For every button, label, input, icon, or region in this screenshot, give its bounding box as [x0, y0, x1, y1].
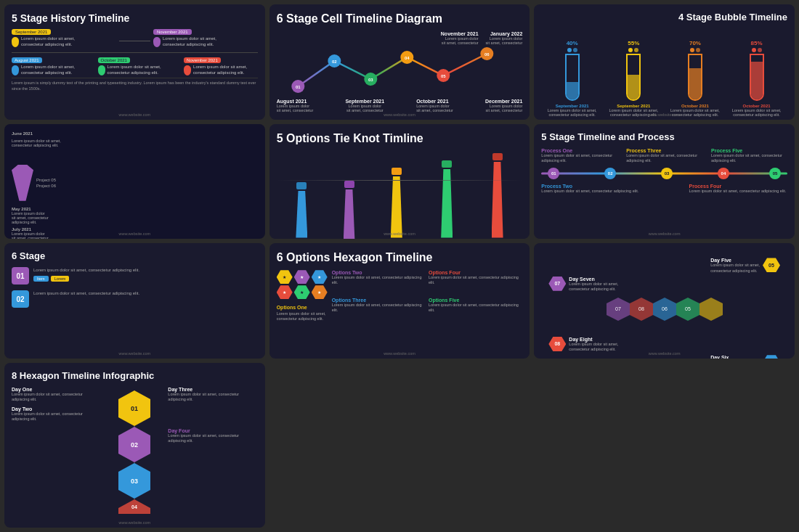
hex-options-layout: ★ ★ ★ ★ ★ ★ Options One Lorem ipsum dolo…: [277, 270, 523, 322]
hex-infographic-layout: Day One Lorem ipsum dolor sit amet, cons…: [12, 387, 258, 520]
slide-grid: 5 Stage History Timeline September 2021 …: [0, 0, 799, 532]
svg-text:07: 07: [615, 306, 621, 311]
footer-url-4l: www.website.com: [118, 232, 150, 236]
footer-text: Lorem ipsum is simply dummy text of the …: [12, 81, 258, 91]
footer-url-9: www.website.com: [649, 351, 681, 356]
svg-text:01: 01: [131, 405, 138, 412]
footer-url-1: www.website.com: [118, 112, 150, 117]
card-hexagon-options: 6 Options Hexagon Timeline ★ ★ ★ ★ ★ ★ O…: [269, 243, 530, 359]
cell-timeline-svg: 01 02 03 04 05 06: [280, 46, 520, 97]
card-8-title: 6 Options Hexagon Timeline: [277, 250, 523, 266]
tl-text-1: Lorem ipsum dolor sit amet,consectetur a…: [21, 36, 75, 48]
stage-list-container: 01 Lorem ipsum dolor sit amet, consectet…: [12, 267, 258, 308]
card-cell-timeline: 6 Stage Cell Timeline Diagram November 2…: [269, 4, 530, 120]
card-10-title: 8 Hexagon Timeline Infographic: [12, 370, 258, 382]
cell-timeline-container: November 2021 Lorem ipsum dolorsit amet,…: [277, 31, 523, 112]
badge-2: November 2021: [153, 29, 192, 35]
bubble-tubes: 40% 55%: [541, 28, 787, 101]
timeline-container: September 2021 Lorem ipsum dolor sit ame…: [12, 29, 258, 75]
footer-url-10: www.website.com: [118, 520, 150, 525]
card-tie-knot-left: June 2021 Lorem ipsum dolor sit amet,con…: [4, 124, 265, 240]
timeline-row-1: September 2021 Lorem ipsum dolor sit ame…: [12, 29, 258, 48]
card-hex-infographic: 8 Hexagon Timeline Infographic Day One L…: [4, 363, 265, 528]
svg-marker-16: [699, 298, 723, 321]
footer-url-8: www.website.com: [384, 351, 415, 356]
svg-text:03: 03: [131, 478, 138, 485]
card-bubble-timeline: 4 Stage Bubble Timeline 40% 55%: [534, 4, 795, 120]
badge-3: August 2021: [12, 57, 42, 63]
svg-text:04: 04: [405, 56, 410, 60]
card-6stage-partial: 6 Stage 01 Lorem ipsum dolor sit amet, c…: [4, 243, 265, 359]
card-day-timeline: Day Five Lorem ipsum dolor sit amet,cons…: [534, 243, 795, 359]
footer-url-2: www.website.com: [384, 112, 415, 117]
tl-text-5: Lorem ipsum dolor sit amet, consectetur …: [193, 65, 258, 76]
process-line: 01 02 03 04 05: [541, 166, 787, 181]
process-bottom: Process Two Lorem ipsum dolor sit amet, …: [541, 184, 787, 194]
ties-container: Lorem ipsum dolor sit amet, consectetur.…: [277, 151, 523, 240]
hex-chain-svg: 07 08 06 05: [592, 296, 737, 332]
tl-text-2: Lorem ipsum dolor sit amet,consectetur a…: [163, 36, 216, 48]
card-3-title: 4 Stage Bubble Timeline: [541, 12, 787, 24]
card-tie-knot-main: 5 Options Tie Knot Timline Lorem ipsum d…: [269, 124, 530, 240]
svg-text:03: 03: [368, 78, 373, 82]
card-6-title: 5 Stage Timeline and Process: [541, 131, 787, 144]
badge-5: November 2021: [184, 57, 221, 63]
tl-text-3: Lorem ipsum dolor sit amet, consectetur …: [21, 65, 86, 76]
footer-url-5: www.website.com: [384, 232, 415, 236]
svg-text:02: 02: [332, 60, 337, 64]
svg-text:06: 06: [484, 52, 490, 57]
tl-text-4: Lorem ipsum dolor sit amet, consectetur …: [108, 65, 172, 76]
card-history-timeline: 5 Stage History Timeline September 2021 …: [4, 4, 265, 120]
badge-4: October 2021: [98, 57, 130, 63]
card-process-timeline: 5 Stage Timeline and Process Process One…: [534, 124, 795, 240]
svg-text:06: 06: [662, 306, 668, 311]
svg-text:01: 01: [296, 85, 301, 89]
svg-text:05: 05: [685, 306, 691, 311]
hex-infographic-svg: 01 02 03 04: [105, 387, 163, 517]
footer-url-3: www.website.com: [649, 112, 681, 117]
card-2-title: 6 Stage Cell Timeline Diagram: [277, 12, 523, 27]
svg-text:05: 05: [441, 74, 446, 78]
svg-text:04: 04: [131, 504, 137, 510]
svg-text:08: 08: [638, 306, 644, 311]
footer-url-7: www.website.com: [118, 351, 150, 356]
process-top: Process One Lorem ipsum dolor sit amet, …: [541, 148, 787, 163]
left-timeline-dates: June 2021 Lorem ipsum dolor sit amet,con…: [12, 131, 258, 240]
card-1-title: 5 Stage History Timeline: [12, 12, 258, 25]
card-7-title: 6 Stage: [12, 250, 258, 263]
timeline-row-2: August 2021 Lorem ipsum dolor sit amet, …: [12, 57, 258, 76]
card-5-title: 5 Options Tie Knot Timline: [277, 131, 523, 147]
svg-text:02: 02: [131, 441, 138, 449]
footer-url-6: www.website.com: [649, 232, 681, 236]
day-timeline-container: Day Five Lorem ipsum dolor sit amet,cons…: [541, 258, 787, 359]
badge-1: September 2021: [12, 29, 51, 35]
